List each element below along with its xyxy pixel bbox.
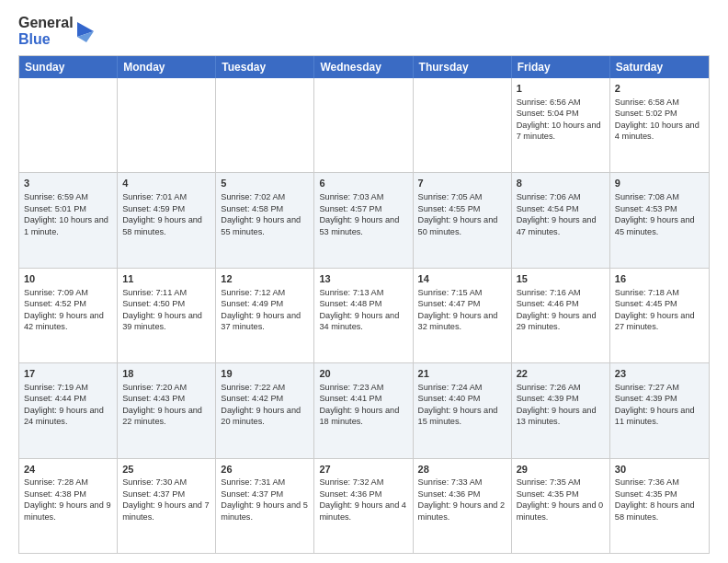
calendar-cell: 8Sunrise: 7:06 AM Sunset: 4:54 PM Daylig…: [512, 173, 610, 267]
calendar-cell: 4Sunrise: 7:01 AM Sunset: 4:59 PM Daylig…: [118, 173, 216, 267]
calendar-header: SundayMondayTuesdayWednesdayThursdayFrid…: [19, 56, 709, 78]
day-info: Sunrise: 7:18 AM Sunset: 4:45 PM Dayligh…: [615, 287, 704, 333]
day-number: 19: [221, 367, 309, 381]
calendar-cell: 29Sunrise: 7:35 AM Sunset: 4:35 PM Dayli…: [512, 459, 610, 553]
day-number: 20: [319, 367, 407, 381]
calendar-cell: [118, 78, 216, 172]
calendar-cell: 18Sunrise: 7:20 AM Sunset: 4:43 PM Dayli…: [118, 363, 216, 457]
day-number: 2: [615, 82, 704, 96]
day-number: 22: [517, 367, 605, 381]
day-info: Sunrise: 7:15 AM Sunset: 4:47 PM Dayligh…: [418, 287, 506, 333]
day-info: Sunrise: 7:13 AM Sunset: 4:48 PM Dayligh…: [319, 287, 407, 333]
day-number: 6: [319, 177, 407, 190]
calendar-cell: 24Sunrise: 7:28 AM Sunset: 4:38 PM Dayli…: [19, 459, 118, 553]
calendar-cell: 12Sunrise: 7:12 AM Sunset: 4:49 PM Dayli…: [216, 269, 314, 362]
day-number: 26: [221, 463, 309, 477]
day-info: Sunrise: 6:59 AM Sunset: 5:01 PM Dayligh…: [24, 191, 112, 237]
day-info: Sunrise: 7:23 AM Sunset: 4:41 PM Dayligh…: [319, 382, 407, 428]
day-info: Sunrise: 7:16 AM Sunset: 4:46 PM Dayligh…: [517, 287, 605, 333]
calendar-cell: 20Sunrise: 7:23 AM Sunset: 4:41 PM Dayli…: [314, 363, 413, 457]
calendar-cell: 16Sunrise: 7:18 AM Sunset: 4:45 PM Dayli…: [610, 269, 709, 362]
calendar-cell: 13Sunrise: 7:13 AM Sunset: 4:48 PM Dayli…: [314, 269, 413, 362]
day-info: Sunrise: 7:27 AM Sunset: 4:39 PM Dayligh…: [615, 382, 704, 428]
day-info: Sunrise: 7:22 AM Sunset: 4:42 PM Dayligh…: [221, 382, 309, 428]
calendar-row: 10Sunrise: 7:09 AM Sunset: 4:52 PM Dayli…: [19, 269, 709, 363]
calendar-cell: 11Sunrise: 7:11 AM Sunset: 4:50 PM Dayli…: [118, 269, 216, 362]
calendar-cell: 28Sunrise: 7:33 AM Sunset: 4:36 PM Dayli…: [414, 459, 512, 553]
day-number: 10: [24, 272, 112, 286]
day-info: Sunrise: 7:05 AM Sunset: 4:55 PM Dayligh…: [418, 191, 506, 237]
day-number: 1: [517, 82, 605, 96]
day-number: 9: [615, 177, 704, 190]
day-info: Sunrise: 7:30 AM Sunset: 4:37 PM Dayligh…: [122, 477, 210, 523]
day-number: 4: [122, 177, 210, 190]
day-info: Sunrise: 7:12 AM Sunset: 4:49 PM Dayligh…: [221, 287, 309, 333]
day-info: Sunrise: 7:03 AM Sunset: 4:57 PM Dayligh…: [319, 191, 407, 237]
day-number: 3: [24, 177, 112, 190]
calendar-body: 1Sunrise: 6:56 AM Sunset: 5:04 PM Daylig…: [19, 78, 709, 553]
calendar-cell: 17Sunrise: 7:19 AM Sunset: 4:44 PM Dayli…: [19, 363, 118, 457]
logo-general: General: [18, 15, 74, 31]
calendar-cell: [414, 78, 512, 172]
day-info: Sunrise: 6:56 AM Sunset: 5:04 PM Dayligh…: [517, 97, 605, 143]
day-info: Sunrise: 7:11 AM Sunset: 4:50 PM Dayligh…: [122, 287, 210, 333]
day-info: Sunrise: 7:35 AM Sunset: 4:35 PM Dayligh…: [517, 477, 605, 523]
day-number: 7: [418, 177, 506, 190]
calendar-cell: 10Sunrise: 7:09 AM Sunset: 4:52 PM Dayli…: [19, 269, 118, 362]
calendar-cell: 22Sunrise: 7:26 AM Sunset: 4:39 PM Dayli…: [512, 363, 610, 457]
day-info: Sunrise: 7:32 AM Sunset: 4:36 PM Dayligh…: [319, 477, 407, 523]
calendar-cell: [216, 78, 314, 172]
calendar-cell: 30Sunrise: 7:36 AM Sunset: 4:35 PM Dayli…: [610, 459, 709, 553]
day-info: Sunrise: 7:09 AM Sunset: 4:52 PM Dayligh…: [24, 287, 112, 333]
day-info: Sunrise: 7:20 AM Sunset: 4:43 PM Dayligh…: [122, 382, 210, 428]
day-info: Sunrise: 7:36 AM Sunset: 4:35 PM Dayligh…: [615, 477, 704, 523]
day-number: 15: [517, 272, 605, 286]
day-number: 14: [418, 272, 506, 286]
day-number: 23: [615, 367, 704, 381]
day-number: 8: [517, 177, 605, 190]
day-number: 13: [319, 272, 407, 286]
calendar-cell: 1Sunrise: 6:56 AM Sunset: 5:04 PM Daylig…: [512, 78, 610, 172]
calendar-cell: 9Sunrise: 7:08 AM Sunset: 4:53 PM Daylig…: [610, 173, 709, 267]
day-info: Sunrise: 7:08 AM Sunset: 4:53 PM Dayligh…: [615, 191, 704, 237]
day-number: 11: [122, 272, 210, 286]
header-cell-sunday: Sunday: [19, 56, 118, 78]
calendar-cell: 3Sunrise: 6:59 AM Sunset: 5:01 PM Daylig…: [19, 173, 118, 267]
day-info: Sunrise: 6:58 AM Sunset: 5:02 PM Dayligh…: [615, 97, 704, 143]
header-cell-thursday: Thursday: [414, 56, 512, 78]
logo: GeneralBlue: [18, 15, 96, 48]
day-info: Sunrise: 7:01 AM Sunset: 4:59 PM Dayligh…: [122, 191, 210, 237]
calendar-cell: 27Sunrise: 7:32 AM Sunset: 4:36 PM Dayli…: [314, 459, 413, 553]
day-number: 29: [517, 463, 605, 477]
day-number: 24: [24, 463, 112, 477]
day-number: 18: [122, 367, 210, 381]
day-info: Sunrise: 7:06 AM Sunset: 4:54 PM Dayligh…: [517, 191, 605, 237]
calendar-cell: 21Sunrise: 7:24 AM Sunset: 4:40 PM Dayli…: [414, 363, 512, 457]
calendar-cell: 14Sunrise: 7:15 AM Sunset: 4:47 PM Dayli…: [414, 269, 512, 362]
day-number: 28: [418, 463, 506, 477]
calendar-cell: 15Sunrise: 7:16 AM Sunset: 4:46 PM Dayli…: [512, 269, 610, 362]
day-info: Sunrise: 7:26 AM Sunset: 4:39 PM Dayligh…: [517, 382, 605, 428]
calendar-cell: [314, 78, 413, 172]
day-info: Sunrise: 7:28 AM Sunset: 4:38 PM Dayligh…: [24, 477, 112, 523]
calendar: SundayMondayTuesdayWednesdayThursdayFrid…: [18, 55, 710, 554]
calendar-cell: 5Sunrise: 7:02 AM Sunset: 4:58 PM Daylig…: [216, 173, 314, 267]
header-cell-monday: Monday: [118, 56, 216, 78]
calendar-cell: 7Sunrise: 7:05 AM Sunset: 4:55 PM Daylig…: [414, 173, 512, 267]
calendar-cell: 25Sunrise: 7:30 AM Sunset: 4:37 PM Dayli…: [118, 459, 216, 553]
calendar-cell: 23Sunrise: 7:27 AM Sunset: 4:39 PM Dayli…: [610, 363, 709, 457]
calendar-cell: 19Sunrise: 7:22 AM Sunset: 4:42 PM Dayli…: [216, 363, 314, 457]
header-cell-tuesday: Tuesday: [216, 56, 314, 78]
calendar-cell: 2Sunrise: 6:58 AM Sunset: 5:02 PM Daylig…: [610, 78, 709, 172]
day-number: 12: [221, 272, 309, 286]
calendar-row: 17Sunrise: 7:19 AM Sunset: 4:44 PM Dayli…: [19, 363, 709, 458]
day-info: Sunrise: 7:31 AM Sunset: 4:37 PM Dayligh…: [221, 477, 309, 523]
header-cell-wednesday: Wednesday: [314, 56, 413, 78]
day-info: Sunrise: 7:33 AM Sunset: 4:36 PM Dayligh…: [418, 477, 506, 523]
day-number: 16: [615, 272, 704, 286]
day-number: 30: [615, 463, 704, 477]
day-number: 27: [319, 463, 407, 477]
day-info: Sunrise: 7:19 AM Sunset: 4:44 PM Dayligh…: [24, 382, 112, 428]
day-number: 5: [221, 177, 309, 190]
calendar-row: 1Sunrise: 6:56 AM Sunset: 5:04 PM Daylig…: [19, 78, 709, 173]
